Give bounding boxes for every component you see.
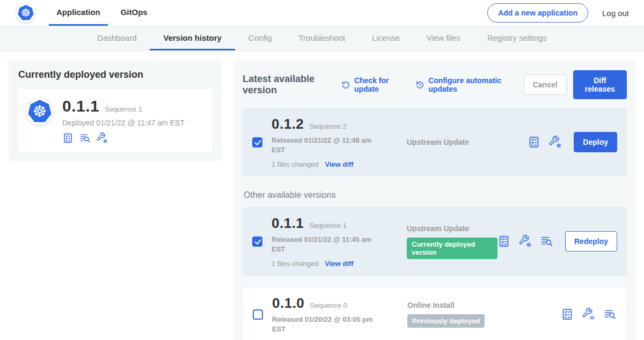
version-actions: [561, 308, 617, 321]
helm-wheel-glyph: [21, 8, 31, 19]
version-number: 0.1.0: [272, 295, 304, 312]
wrench-eye-icon[interactable]: [582, 308, 595, 321]
version-actions: Deploy: [528, 132, 617, 152]
top-nav: Application GitOps Add a new application…: [0, 0, 644, 26]
top-tab-application[interactable]: Application: [49, 0, 108, 26]
row-gap: [243, 276, 627, 286]
configure-updates-label: Configure automatic updates: [428, 76, 509, 93]
sequence-label: Sequence 0: [310, 301, 347, 309]
kubernetes-app-icon: [25, 97, 54, 126]
checklist-icon[interactable]: [62, 132, 74, 144]
check-for-update-label: Check for update: [354, 76, 400, 93]
deployed-sequence-label: Sequence 1: [105, 105, 142, 113]
subnav-tab-view-files[interactable]: View files: [413, 26, 474, 50]
source-label: Online Install: [407, 301, 561, 309]
files-changed-label: 1 files changed: [272, 260, 318, 268]
cancel-button[interactable]: Cancel: [524, 75, 567, 95]
deployed-version-card: 0.1.1 Sequence 1 Deployed 01/21/22 @ 11:…: [17, 88, 214, 153]
source-label: Upstream Update: [407, 224, 497, 233]
view-diff-link[interactable]: View diff: [325, 160, 353, 168]
sequence-label: Sequence 1: [309, 221, 346, 230]
files-changed-label: 1 files changed: [272, 160, 318, 168]
previously-deployed-badge: Previously deployed: [407, 314, 485, 328]
sequence-label: Sequence 2: [309, 122, 346, 130]
currently-deployed-panel: Currently deployed version 0.1.1 Sequenc…: [9, 60, 222, 161]
subnav-tab-registry-settings[interactable]: Registry settings: [474, 26, 560, 50]
checklist-icon[interactable]: [497, 235, 510, 248]
subnav-tab-config[interactable]: Config: [235, 26, 285, 50]
file-search-icon[interactable]: [79, 132, 91, 144]
version-row-0-1-2: 0.1.2 Sequence 2 Released 01/21/22 @ 11:…: [243, 108, 627, 176]
subnav-tab-license[interactable]: License: [358, 26, 413, 50]
currently-deployed-badge: Currently deployed version: [407, 238, 497, 259]
version-actions: Redeploy: [497, 231, 617, 252]
version-source: Online Install Previously deployed: [379, 301, 561, 328]
app-sub-nav: Dashboard Version history Config Trouble…: [0, 26, 644, 51]
subnav-tab-dashboard[interactable]: Dashboard: [84, 26, 150, 50]
version-row-0-1-0: 0.1.0 Sequence 0 Released 01/20/22 @ 03:…: [243, 286, 627, 340]
other-versions-title: Other available versions: [244, 190, 626, 200]
version-info: 0.1.1 Sequence 1 Released 01/21/22 @ 11:…: [272, 215, 379, 268]
view-diff-link[interactable]: View diff: [325, 260, 353, 268]
wrench-gear-icon[interactable]: [519, 235, 532, 248]
deployed-panel-title: Currently deployed version: [18, 69, 213, 80]
subnav-tab-troubleshoot[interactable]: Troubleshoot: [285, 26, 358, 50]
clock-refresh-icon: [415, 80, 425, 90]
kubernetes-logo-icon: [16, 3, 35, 23]
checklist-icon[interactable]: [528, 136, 540, 149]
deployed-version-number: 0.1.1: [62, 97, 99, 115]
file-search-icon[interactable]: [604, 308, 617, 321]
version-row-0-1-1: 0.1.1 Sequence 1 Released 01/21/22 @ 11:…: [243, 207, 627, 276]
released-timestamp: Released 01/21/22 @ 11:48 am EST: [272, 136, 377, 154]
file-search-icon[interactable]: [540, 235, 553, 248]
diff-releases-button[interactable]: Diff releases: [573, 70, 627, 99]
version-checkbox[interactable]: [252, 137, 262, 147]
redeploy-button[interactable]: Redeploy: [565, 231, 617, 252]
version-source: Upstream Update: [379, 138, 528, 146]
top-tab-bar: Application GitOps: [46, 0, 158, 26]
kubernetes-heptagon: [18, 5, 34, 21]
wrench-gear-icon[interactable]: [549, 136, 562, 149]
version-checkbox[interactable]: [253, 309, 263, 320]
logout-link[interactable]: Log out: [602, 9, 629, 18]
released-timestamp: Released 01/20/22 @ 03:05 pm EST: [272, 315, 377, 334]
latest-version-title: Latest available version: [243, 73, 330, 96]
version-number: 0.1.2: [272, 116, 304, 132]
add-application-button[interactable]: Add a new application: [487, 3, 588, 23]
checklist-icon[interactable]: [561, 308, 574, 321]
main-content: Currently deployed version 0.1.1 Sequenc…: [0, 51, 644, 340]
available-versions-header: Latest available version Check for updat…: [243, 70, 627, 99]
helm-wheel-glyph: [33, 104, 47, 120]
deploy-button[interactable]: Deploy: [574, 132, 617, 152]
top-tab-gitops[interactable]: GitOps: [113, 0, 155, 26]
version-checkbox[interactable]: [252, 236, 262, 247]
deployed-timestamp: Deployed 01/21/22 @ 11:47 am EST: [62, 119, 185, 127]
version-number: 0.1.1: [272, 215, 304, 232]
version-info: 0.1.0 Sequence 0 Released 01/20/22 @ 03:…: [272, 295, 379, 334]
configure-updates-link[interactable]: Configure automatic updates: [415, 76, 509, 93]
wrench-gear-icon[interactable]: [97, 132, 108, 144]
source-label: Upstream Update: [407, 138, 528, 146]
version-history-panel: Latest available version Check for updat…: [234, 60, 635, 340]
kubernetes-heptagon: [28, 100, 52, 123]
released-timestamp: Released 01/21/22 @ 11:45 am EST: [272, 235, 377, 254]
version-info: 0.1.2 Sequence 2 Released 01/21/22 @ 11:…: [272, 116, 379, 168]
version-source: Upstream Update Currently deployed versi…: [379, 224, 497, 259]
subnav-tab-version-history[interactable]: Version history: [150, 26, 235, 50]
check-for-update-link[interactable]: Check for update: [341, 76, 400, 93]
refresh-icon: [341, 80, 350, 90]
